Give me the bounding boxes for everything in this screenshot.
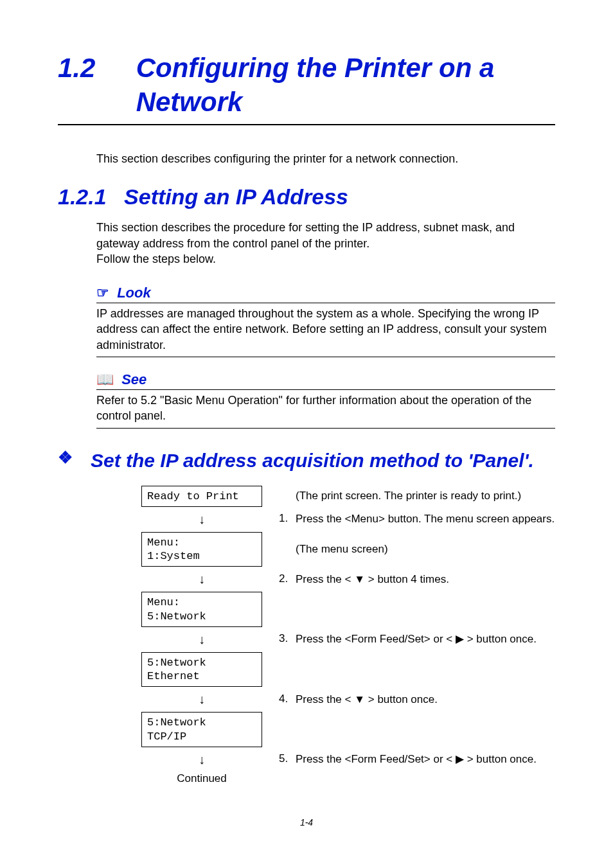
step-instruction: 4. Press the < ▼ > button once. xyxy=(279,693,438,707)
step-row-2: Menu: 5:Network xyxy=(141,592,555,627)
see-text: Refer to 5.2 "Basic Menu Operation" for … xyxy=(96,393,555,429)
step-number: 4. xyxy=(279,693,296,705)
step-note: (The menu screen) xyxy=(279,542,388,556)
down-arrow-icon: ↓ xyxy=(141,692,262,707)
main-heading: 1.2 Configuring the Printer on a Network xyxy=(58,51,555,125)
arrow-row-5: ↓ 5. Press the <Form Feed/Set> or < ▶ > … xyxy=(141,752,555,767)
step-text: Press the <Form Feed/Set> or < ▶ > butto… xyxy=(296,632,537,646)
step-number: 1. xyxy=(279,512,296,525)
step-instruction: 2. Press the < ▼ > button 4 times. xyxy=(279,572,449,587)
lcd-display: 5:Network Ethernet xyxy=(141,652,262,687)
intro-text: This section describes configuring the p… xyxy=(96,151,555,166)
step-number: 5. xyxy=(279,752,296,765)
continued-label: Continued xyxy=(141,772,262,785)
down-arrow-icon: ↓ xyxy=(141,632,262,647)
book-icon: 📖 xyxy=(96,371,114,387)
note-text: (The print screen. The printer is ready … xyxy=(296,489,521,503)
look-text: IP addresses are managed throughout the … xyxy=(96,306,555,357)
pointing-hand-icon: ☞ xyxy=(96,285,109,301)
step-text: Press the < ▼ > button 4 times. xyxy=(296,572,449,587)
step-note: (The print screen. The printer is ready … xyxy=(279,489,521,503)
step-row-4: 5:Network TCP/IP xyxy=(141,712,555,747)
step-instruction: 5. Press the <Form Feed/Set> or < ▶ > bu… xyxy=(279,752,537,766)
step-number: 3. xyxy=(279,632,296,645)
sub-heading-title: Setting an IP Address xyxy=(124,184,348,209)
step-table: Ready to Print (The print screen. The pr… xyxy=(141,486,555,785)
arrow-row-1: ↓ 1. Press the <Menu> button. The menu s… xyxy=(141,512,555,527)
note-text: (The menu screen) xyxy=(296,542,388,556)
step-row-0: Ready to Print (The print screen. The pr… xyxy=(141,486,555,507)
lcd-line: Ready to Print xyxy=(147,490,256,503)
arrow-row-2: ↓ 2. Press the < ▼ > button 4 times. xyxy=(141,572,555,587)
diamond-icon: ❖ xyxy=(58,448,73,468)
down-arrow-icon: ↓ xyxy=(141,572,262,587)
step-text: Press the <Menu> button. The menu screen… xyxy=(296,512,555,526)
lcd-line: TCP/IP xyxy=(147,730,256,743)
arrow-row-4: ↓ 4. Press the < ▼ > button once. xyxy=(141,692,555,707)
page-number: 1-4 xyxy=(58,817,555,828)
look-label-row: ☞ Look xyxy=(96,285,555,303)
step-row-1: Menu: 1:System (The menu screen) xyxy=(141,532,555,567)
step-number: 2. xyxy=(279,572,296,585)
lcd-display: Menu: 1:System xyxy=(141,532,262,567)
lcd-display: Ready to Print xyxy=(141,486,262,507)
step-instruction: 1. Press the <Menu> button. The menu scr… xyxy=(279,512,555,526)
lcd-line: Ethernet xyxy=(147,669,256,683)
heading-title: Configuring the Printer on a Network xyxy=(136,51,541,119)
look-callout: ☞ Look IP addresses are managed througho… xyxy=(96,285,555,357)
sub-heading-number: 1.2.1 xyxy=(58,184,107,209)
sub-intro-text: This section describes the procedure for… xyxy=(96,220,555,267)
step-text: Press the <Form Feed/Set> or < ▶ > butto… xyxy=(296,752,537,766)
lcd-line: 5:Network xyxy=(147,656,256,669)
section-title-text: Set the IP address acquisition method to… xyxy=(91,448,534,473)
step-row-3: 5:Network Ethernet xyxy=(141,652,555,687)
lcd-display: 5:Network TCP/IP xyxy=(141,712,262,747)
lcd-line: 5:Network xyxy=(147,716,256,729)
down-arrow-icon: ↓ xyxy=(141,752,262,767)
see-label-row: 📖 See xyxy=(96,371,555,390)
lcd-line: 5:Network xyxy=(147,610,256,623)
see-callout: 📖 See Refer to 5.2 "Basic Menu Operation… xyxy=(96,371,555,429)
arrow-row-3: ↓ 3. Press the <Form Feed/Set> or < ▶ > … xyxy=(141,632,555,647)
step-text: Press the < ▼ > button once. xyxy=(296,693,438,707)
lcd-display: Menu: 5:Network xyxy=(141,592,262,627)
see-label: See xyxy=(121,371,147,387)
lcd-line: 1:System xyxy=(147,549,256,563)
section-title: ❖ Set the IP address acquisition method … xyxy=(58,448,555,473)
step-instruction: 3. Press the <Form Feed/Set> or < ▶ > bu… xyxy=(279,632,537,646)
sub-heading: 1.2.1 Setting an IP Address xyxy=(58,184,555,209)
look-label: Look xyxy=(117,285,151,301)
continued-row: Continued xyxy=(141,772,555,785)
down-arrow-icon: ↓ xyxy=(141,512,262,527)
lcd-line: Menu: xyxy=(147,536,256,549)
heading-number: 1.2 xyxy=(58,51,129,85)
lcd-line: Menu: xyxy=(147,596,256,609)
